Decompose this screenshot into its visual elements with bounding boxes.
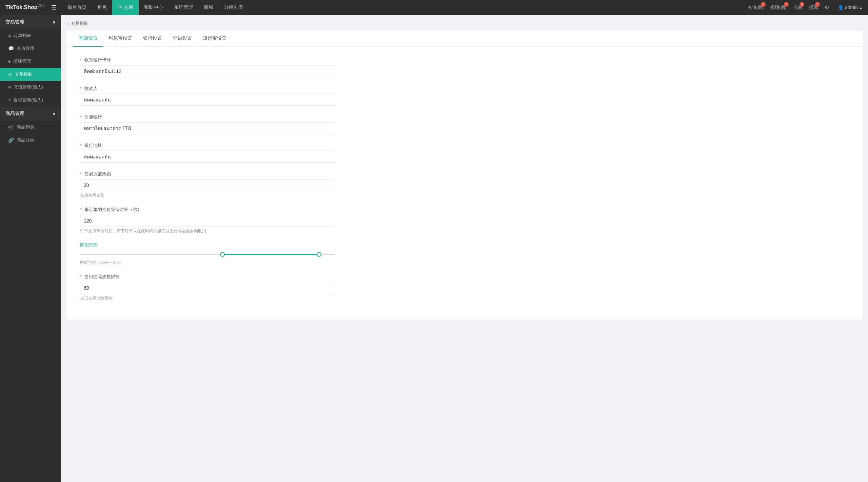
sidebar-item-transaction-control[interactable]: ⊙ 交易控制 (0, 68, 61, 81)
withdraw-fake-button[interactable]: 提现(假) 0 (767, 0, 790, 15)
field-payment-timeout: * 未订单的支付等待时长（秒） 订单支付等待时长，新下订单未在此时间内容完成支付… (80, 207, 849, 234)
sidebar-item-recharge[interactable]: 💬 充值管理 (0, 42, 61, 55)
tab-bank-settings[interactable]: 银行设置 (138, 31, 167, 47)
sidebar-section-transaction-label: 交易管理 (5, 19, 24, 25)
slider-thumb-right[interactable] (317, 252, 321, 257)
sidebar-item-product-category[interactable]: 🔗 商品分类 (0, 134, 61, 147)
sidebar-section-transaction[interactable]: 交易管理 ∨ (0, 15, 61, 29)
input-min-balance[interactable] (80, 179, 334, 191)
field-bank-name: * 所属银行 (80, 114, 849, 134)
label-bank-address-text: 银行地址 (84, 143, 102, 148)
transaction-control-icon: ⊙ (8, 72, 12, 77)
withdraw-fake-icon: ≡ (8, 97, 11, 103)
label-daily-limit: * 当日交易次数限制 (80, 274, 849, 280)
product-category-icon: 🔗 (8, 137, 14, 143)
label-bank-address: * 银行地址 (80, 142, 849, 149)
input-bank-name[interactable] (80, 122, 334, 134)
sidebar-item-withdraw-fake[interactable]: ≡ 提现管理(假人) (0, 94, 61, 107)
recharge-badge: 0 (800, 2, 804, 7)
nav-right-section: 充值(假) 0 提现(假) 0 充值 0 提现 0 ↻ 👤 admin ▲ (744, 0, 868, 15)
sidebar-item-product-list-label: 商品列表 (17, 124, 34, 130)
content-card: 基础设置 利息宝设置 银行设置 评语设置 短信宝设置 * 收款银行卡号 * 收款… (66, 31, 863, 320)
sidebar-item-orders[interactable]: ≡ 订单列表 (0, 29, 61, 42)
nav-menu-items: 后台首页 角色 坐 交易 帮助中心 系统管理 商城 分组列表 (62, 0, 744, 15)
label-payee: * 收款人 (80, 85, 849, 92)
input-payment-timeout[interactable] (80, 215, 334, 227)
nav-item-transaction[interactable]: 坐 交易 (112, 0, 139, 15)
field-bank-card: * 收款银行卡号 (80, 57, 849, 77)
sidebar-section-products[interactable]: 商品管理 ∨ (0, 107, 61, 121)
admin-menu[interactable]: 👤 admin ▲ (832, 5, 868, 10)
sidebar-item-product-list[interactable]: 🛒 商品列表 (0, 121, 61, 134)
slider-track (80, 254, 334, 255)
required-marker: * (80, 57, 82, 62)
tab-sms-settings[interactable]: 短信宝设置 (197, 31, 232, 47)
required-marker-2: * (80, 86, 82, 91)
sidebar-item-recharge-label: 充值管理 (17, 45, 34, 52)
refresh-icon: ↻ (825, 4, 829, 11)
slider-fill (222, 254, 319, 255)
admin-label: admin (845, 5, 858, 10)
nav-item-shop[interactable]: 商城 (198, 0, 219, 15)
sidebar-item-transaction-control-label: 交易控制 (15, 71, 33, 77)
nav-item-role[interactable]: 角色 (92, 0, 112, 15)
withdraw-fake-badge: 0 (784, 2, 789, 7)
required-marker-7: * (80, 274, 82, 279)
recharge-fake-icon: ≡ (8, 84, 11, 90)
slider-thumb-left[interactable] (220, 252, 225, 257)
label-payment-timeout-text: 未订单的支付等待时长（秒） (84, 207, 142, 212)
breadcrumb-arrow: » (66, 21, 69, 26)
orders-icon: ≡ (8, 33, 11, 38)
sidebar-item-withdraw[interactable]: ♦ 提现管理 (0, 55, 61, 68)
input-payee[interactable] (80, 94, 334, 106)
menu-icon[interactable]: ☰ (51, 4, 57, 11)
product-list-icon: 🛒 (8, 124, 14, 130)
required-marker-6: * (80, 207, 82, 212)
sidebar-section-products-label: 商品管理 (5, 111, 24, 117)
input-daily-limit[interactable] (80, 282, 334, 294)
label-min-balance: * 交易所需余额 (80, 171, 849, 177)
recharge-fake-button[interactable]: 充值(假) 0 (744, 0, 767, 15)
breadcrumb: » 交易控制 (66, 20, 863, 26)
label-bank-card-text: 收款银行卡号 (84, 57, 111, 62)
label-bank-card: * 收款银行卡号 (80, 57, 849, 63)
admin-arrow-icon: ▲ (859, 6, 863, 9)
sidebar-item-recharge-fake[interactable]: ≡ 充值管理(假人) (0, 81, 61, 94)
field-min-balance: * 交易所需余额 交易所需余额 (80, 171, 849, 198)
nav-item-group[interactable]: 分组列表 (219, 0, 249, 15)
tab-comment-settings[interactable]: 评语设置 (167, 31, 197, 47)
admin-icon: 👤 (838, 5, 844, 10)
main-content: » 交易控制 基础设置 利息宝设置 银行设置 评语设置 短信宝设置 * 收款银行… (61, 15, 868, 482)
sidebar-item-orders-label: 订单列表 (14, 33, 31, 39)
nav-item-system[interactable]: 系统管理 (169, 0, 198, 15)
hint-matching-range: 匹配范围：85% ~ 95% (80, 260, 849, 266)
input-bank-address[interactable] (80, 151, 334, 163)
withdraw-badge: 0 (815, 2, 820, 7)
top-navigation: TikTok.ShopV3.0 ☰ 后台首页 角色 坐 交易 帮助中心 系统管理… (0, 0, 868, 15)
tab-basic-settings[interactable]: 基础设置 (73, 31, 103, 47)
label-min-balance-text: 交易所需余额 (84, 171, 111, 176)
required-marker-4: * (80, 143, 82, 148)
nav-item-dashboard[interactable]: 后台首页 (62, 0, 92, 15)
recharge-button[interactable]: 充值 0 (790, 0, 806, 15)
sidebar-item-recharge-fake-label: 充值管理(假人) (14, 84, 43, 90)
tab-interest-settings[interactable]: 利息宝设置 (103, 31, 138, 47)
refresh-button[interactable]: ↻ (821, 0, 832, 15)
nav-item-help[interactable]: 帮助中心 (139, 0, 169, 15)
field-bank-address: * 银行地址 (80, 142, 849, 163)
hint-min-balance: 交易所需余额 (80, 193, 849, 198)
withdraw-icon: ♦ (8, 59, 11, 64)
label-payment-timeout: * 未订单的支付等待时长（秒） (80, 207, 849, 213)
input-bank-card[interactable] (80, 65, 334, 77)
app-logo: TikTok.ShopV3.0 (5, 4, 44, 11)
withdraw-button[interactable]: 提现 0 (806, 0, 821, 15)
hint-payment-timeout: 订单支付等待时长，新下订单未在此时间内容完成支付将会被自动取消 (80, 228, 849, 234)
settings-tabs: 基础设置 利息宝设置 银行设置 评语设置 短信宝设置 (66, 31, 863, 47)
sidebar-item-withdraw-fake-label: 提现管理(假人) (14, 97, 43, 103)
required-marker-5: * (80, 171, 82, 176)
field-payee: * 收款人 (80, 85, 849, 106)
slider-matching-range[interactable] (80, 251, 334, 258)
field-matching-range: 匹配范围 匹配范围：85% ~ 95% (80, 242, 849, 266)
sidebar-item-withdraw-label: 提现管理 (13, 58, 31, 64)
breadcrumb-text: 交易控制 (71, 20, 88, 26)
